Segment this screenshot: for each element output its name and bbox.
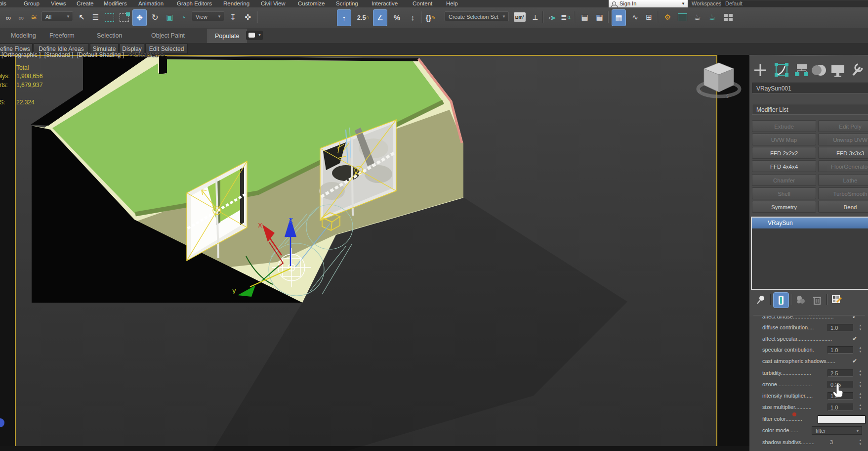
menu-customize[interactable]: Customize <box>298 0 325 7</box>
stack-item-vraysun[interactable]: VRaySun <box>752 218 868 228</box>
hierarchy-tab-icon[interactable] <box>795 64 808 76</box>
modifier-button-chamfer[interactable]: Chamfer <box>752 174 816 186</box>
configure-modifier-sets-icon[interactable] <box>829 292 844 307</box>
pin-stack-icon[interactable] <box>753 292 768 307</box>
spinner-control[interactable]: ▲▼ <box>857 380 864 389</box>
modifier-button-ffd4x4x4[interactable]: FFD 4x4x4 <box>752 160 816 172</box>
motion-tab-icon[interactable] <box>812 65 826 76</box>
spinner-control[interactable]: ▲▼ <box>857 403 864 411</box>
menu-help[interactable]: Help <box>446 0 458 7</box>
rendered-frame-window-icon[interactable] <box>676 9 689 25</box>
spinner-control[interactable]: ▲▼ <box>857 438 864 447</box>
modifier-button-uvw-map[interactable]: UVW Map <box>752 134 816 145</box>
select-object-icon[interactable]: ↖ <box>75 9 88 25</box>
workspace-selector[interactable]: Default <box>721 0 868 7</box>
layer-explorer-icon[interactable]: ▦ <box>593 9 606 25</box>
affect-specular-checkbox[interactable]: ✔ <box>852 335 857 342</box>
use-pivot-point-icon[interactable]: ↧ <box>226 9 240 25</box>
select-and-move-icon[interactable]: ✥ <box>132 9 147 26</box>
size-multiplier-input[interactable]: 1.0 <box>827 404 853 411</box>
create-tab-icon[interactable] <box>754 64 766 76</box>
state-sets-icon[interactable] <box>721 9 735 25</box>
percent-snap-icon[interactable]: % <box>390 9 404 25</box>
select-and-rotate-icon[interactable]: ↻ <box>148 9 162 25</box>
menu-tools[interactable]: Tools <box>0 0 6 7</box>
filter-color-swatch[interactable] <box>818 415 866 424</box>
viewport-pov-menu[interactable]: [Orthographic ] <box>1 51 41 58</box>
viewport-shading-menu[interactable]: [Default Shading ] <box>77 51 124 58</box>
shadow-subdivs-input[interactable]: 3 <box>827 439 853 446</box>
modifier-button-ffd3x3x3[interactable]: FFD 3x3x3 <box>818 147 868 159</box>
schematic-view-icon[interactable]: ⊞ <box>642 9 656 25</box>
mirror-icon[interactable]: ◁▶ <box>545 9 559 25</box>
diffuse-contribution-input[interactable]: 1.0 <box>827 324 853 331</box>
selection-filter-dropdown[interactable]: All▼ <box>41 11 73 21</box>
menu-animation[interactable]: Animation <box>138 0 164 7</box>
spinner-control[interactable]: ▲▼ <box>857 323 864 332</box>
units-bm2-icon[interactable]: Bm² <box>514 12 526 22</box>
curve-editor-icon[interactable]: ∿ <box>628 9 642 25</box>
turbidity-input[interactable]: 2.5 <box>827 369 853 377</box>
utilities-tab-icon[interactable] <box>853 64 862 75</box>
modifier-button-shell[interactable]: Shell <box>752 187 816 199</box>
menu-views[interactable]: Views <box>51 0 66 7</box>
select-and-link-icon[interactable]: ∞ <box>1 9 15 25</box>
select-by-name-icon[interactable]: ☰ <box>89 9 102 25</box>
rectangular-selection-icon[interactable] <box>103 9 116 25</box>
snaps-toggle-icon[interactable]: 2.5∩ <box>355 9 372 25</box>
select-and-manipulate-icon[interactable]: ✜ <box>241 9 254 25</box>
select-and-scale-icon[interactable]: ▣ <box>163 9 176 25</box>
modifier-button-bend[interactable]: Bend <box>818 201 868 213</box>
bind-to-space-warp-icon[interactable]: ≋ <box>27 9 41 25</box>
macro-recorder-icon[interactable]: {}✎ <box>424 9 437 25</box>
select-and-place-icon[interactable]: ◔ <box>177 9 190 25</box>
render-setup-icon[interactable]: ⚙ <box>661 9 674 25</box>
menu-civil-view[interactable]: Civil View <box>261 0 286 7</box>
modifier-button-ffd2x2x2[interactable]: FFD 2x2x2 <box>752 147 816 159</box>
object-name-field[interactable]: VRaySun001 <box>752 83 868 93</box>
viewcube[interactable]: W S <box>698 63 740 99</box>
color-mode-dropdown[interactable]: filter▼ <box>812 426 862 435</box>
tab-modeling[interactable]: Modeling <box>11 28 36 43</box>
spinner-control[interactable]: ▲▼ <box>857 346 864 354</box>
modifier-button-symmetry[interactable]: Symmetry <box>752 201 816 213</box>
spinner-snap-icon[interactable]: ↕ <box>406 9 419 25</box>
display-tab-icon[interactable] <box>831 65 844 77</box>
menu-create[interactable]: Create <box>77 0 94 7</box>
sign-in-dropdown[interactable]: Sign In ▼ <box>609 0 688 7</box>
specular-contribution-input[interactable]: 1.0 <box>827 346 853 354</box>
tab-selection[interactable]: Selection <box>97 28 122 43</box>
angle-snap-icon[interactable]: ∠ <box>373 9 387 26</box>
affect-diffuse-checkbox[interactable]: ✔ <box>852 316 857 320</box>
modify-tab-icon[interactable] <box>775 63 788 77</box>
window-crossing-icon[interactable] <box>118 9 131 25</box>
selection-set-dropdown[interactable]: Create Selection Set▼ <box>445 11 509 21</box>
menu-scripting[interactable]: Scripting <box>336 0 358 7</box>
array-icon[interactable]: ≣↯ <box>559 9 573 25</box>
unlink-selection-icon[interactable]: ∞ <box>14 9 28 25</box>
modifier-button-extrude[interactable]: Extrude <box>752 120 816 132</box>
modifier-stack-list[interactable]: VRaySun <box>751 217 868 290</box>
reference-coordinate-dropdown[interactable]: View▼ <box>192 11 224 21</box>
menu-graph-editors[interactable]: Graph Editors <box>177 0 212 7</box>
modifier-button-floorgenerator[interactable]: FloorGenerator <box>818 160 868 172</box>
remove-modifier-icon[interactable] <box>810 292 825 307</box>
tab-object-paint[interactable]: Object Paint <box>151 28 185 43</box>
keyboard-override-icon[interactable]: ↑ <box>337 9 351 26</box>
menu-modifiers[interactable]: Modifiers <box>104 0 127 7</box>
modifier-button-unwrap-uvw[interactable]: Unwrap UVW <box>818 134 868 145</box>
menu-group[interactable]: Group <box>24 0 40 7</box>
render-iterative-icon[interactable]: ☕ <box>705 9 719 25</box>
spinner-control[interactable]: ▲▼ <box>857 369 864 377</box>
align-icon[interactable]: ⟂ <box>529 9 542 25</box>
viewport-style-menu[interactable]: [Standard ] <box>44 51 74 58</box>
render-production-icon[interactable]: ☕ <box>691 9 704 25</box>
ribbon-config-dropdown[interactable]: ▼ <box>246 31 263 40</box>
menu-interactive[interactable]: Interactive <box>372 0 398 7</box>
menu-rendering[interactable]: Rendering <box>223 0 249 7</box>
ribbon-toggle-icon[interactable]: ▦ <box>612 9 626 26</box>
tab-populate[interactable]: Populate <box>207 29 247 44</box>
tab-freeform[interactable]: Freeform <box>49 28 75 43</box>
menu-content[interactable]: Content <box>413 0 432 7</box>
modifier-list-dropdown[interactable]: Modifier List <box>752 104 868 115</box>
